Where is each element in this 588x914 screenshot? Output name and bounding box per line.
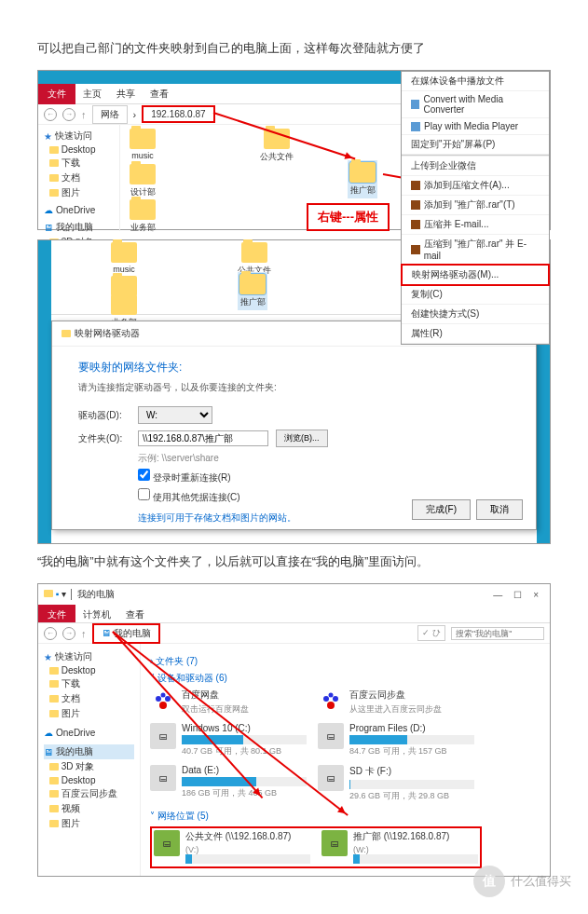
folder-icon <box>49 763 59 771</box>
screenshot-3: ▪ ▾ │ 我的电脑 —☐× 文件 计算机 查看 ← → ↑ 🖥我的电脑 ✓ ひ… <box>37 583 551 877</box>
tab-file[interactable]: 文件 <box>38 84 75 104</box>
ctx-item[interactable]: Play with Media Player <box>402 118 549 135</box>
sidebar-pictures[interactable]: 图片 <box>44 706 134 721</box>
sidebar-3d[interactable]: 3D 对象 <box>44 759 134 774</box>
dialog-subtext: 请为连接指定驱动器号，以及你要连接的文件夹: <box>52 379 536 403</box>
ctx-item[interactable]: 添加到压缩文件(A)... <box>402 176 549 196</box>
folder-icon <box>62 330 71 337</box>
folder-music[interactable]: music <box>111 242 137 274</box>
ctx-item[interactable]: 添加到 "推广部.rar"(T) <box>402 196 549 215</box>
folder-icon <box>44 590 53 597</box>
sidebar-onedrive[interactable]: ☁OneDrive <box>44 204 114 216</box>
sidebar-documents[interactable]: 文档 <box>44 171 114 185</box>
folder-promo-selected[interactable]: 推广部 <box>348 160 377 198</box>
device-baidu-wangpan[interactable]: 百度网盘双击运行百度网盘 <box>150 689 307 716</box>
sidebar: ★快速访问 Desktop 下载 文档 图片 ☁OneDrive 🖥我的电脑 3… <box>38 125 120 231</box>
search-input[interactable] <box>451 627 544 640</box>
folder-icon <box>49 695 59 703</box>
folder-promo[interactable]: 推广部 <box>238 272 267 310</box>
cloud-icon: ☁ <box>44 728 53 738</box>
device-baidu-sync[interactable]: 百度云同步盘从这里进入百度云同步盘 <box>318 689 474 716</box>
forward-button[interactable]: → <box>62 627 75 640</box>
ctx-item[interactable]: 在媒体设备中播放文件 <box>402 72 549 91</box>
sidebar-video[interactable]: 视频 <box>44 801 134 816</box>
ctx-item[interactable]: 复制(C) <box>402 285 549 305</box>
reconnect-checkbox[interactable]: 登录时重新连接(R) <box>52 467 536 486</box>
sidebar-documents[interactable]: 文档 <box>44 691 134 706</box>
tab-file[interactable]: 文件 <box>38 605 75 622</box>
folder-label: 文件夹(O): <box>78 432 130 445</box>
ctx-map-drive[interactable]: 映射网络驱动器(M)... <box>401 264 550 286</box>
play-icon <box>411 122 420 131</box>
up-button[interactable]: ↑ <box>81 628 87 639</box>
ctx-item[interactable]: 压缩到 "推广部.rar" 并 E-mail <box>402 235 549 265</box>
browse-button[interactable]: 浏览(B)... <box>276 430 328 447</box>
folder-icon <box>349 162 376 183</box>
sidebar-downloads[interactable]: 下载 <box>44 156 114 171</box>
maximize-button[interactable]: ☐ <box>508 590 527 600</box>
tab-view[interactable]: 查看 <box>143 84 176 104</box>
watermark: 值 什么值得买 <box>473 866 571 897</box>
example-text: 示例: \\server\share <box>52 450 536 467</box>
rar-icon <box>411 245 420 254</box>
tab-share[interactable]: 共享 <box>109 84 143 104</box>
drive-d[interactable]: 🖴 Program Files (D:)84.7 GB 可用，共 157 GB <box>318 723 474 757</box>
minimize-button[interactable]: — <box>487 590 508 600</box>
ctx-item[interactable]: 上传到企业微信 <box>402 157 549 176</box>
annotation-rightclick: 右键---属性 <box>307 203 390 231</box>
tab-home[interactable]: 主页 <box>75 84 109 104</box>
ctx-item[interactable]: 固定到"开始"屏幕(P) <box>402 135 549 155</box>
drive-label: 驱动器(D): <box>78 409 130 422</box>
section-devices[interactable]: ˅ 设备和驱动器 (6) <box>150 672 540 685</box>
map-drive-dialog: × 映射网络驱动器 要映射的网络文件夹: 请为连接指定驱动器号，以及你要连接的文… <box>51 321 537 530</box>
folder-biz[interactable]: 业务部 <box>130 199 156 234</box>
drive-e[interactable]: 🖴 Data (E:)186 GB 可用，共 465 GB <box>150 765 307 802</box>
sidebar-downloads[interactable]: 下载 <box>44 676 134 691</box>
tab-computer[interactable]: 计算机 <box>75 605 118 622</box>
folder-music[interactable]: music <box>130 129 156 160</box>
forward-button[interactable]: → <box>62 108 75 121</box>
breadcrumb-network[interactable]: 网络 <box>92 105 128 124</box>
drive-select[interactable]: W: <box>138 406 212 424</box>
folder-icon <box>49 820 59 827</box>
ctx-item[interactable]: 创建快捷方式(S) <box>402 305 549 324</box>
ctx-item[interactable]: 压缩并 E-mail... <box>402 215 549 235</box>
folder-icon <box>130 164 156 184</box>
ctx-item[interactable]: 属性(R) <box>402 324 549 344</box>
ctx-item[interactable]: Convert with Media Converter <box>402 91 549 118</box>
drive-c[interactable]: 🖴 Windows 10 (C:)40.7 GB 可用，共 80.1 GB <box>150 723 307 757</box>
caption-2: “我的电脑”中就有这个文件夹了，以后就可以直接在“我的电脑”里面访问。 <box>37 553 551 570</box>
sidebar-quick-access[interactable]: ★快速访问 <box>44 129 114 143</box>
sidebar-desktop2[interactable]: Desktop <box>44 774 134 786</box>
section-folders[interactable]: › 文件夹 (7) <box>150 655 540 668</box>
folder-input[interactable] <box>138 430 268 446</box>
sidebar-desktop[interactable]: Desktop <box>44 143 114 156</box>
up-button[interactable]: ↑ <box>81 109 87 120</box>
star-icon: ★ <box>44 131 52 142</box>
tab-view[interactable]: 查看 <box>118 605 152 622</box>
sidebar-desktop[interactable]: Desktop <box>44 664 134 676</box>
breadcrumb-ip[interactable]: 192.168.0.87 <box>142 105 214 123</box>
folder-design[interactable]: 设计部 <box>130 164 156 198</box>
sidebar-this-pc[interactable]: 🖥我的电脑 <box>44 220 114 235</box>
back-button[interactable]: ← <box>44 627 57 640</box>
network-drive-v[interactable]: 🖴 公共文件 (\\192.168.0.87)(V:) <box>154 830 310 865</box>
sidebar-onedrive[interactable]: ☁OneDrive <box>44 727 134 739</box>
sidebar-this-pc[interactable]: 🖥我的电脑 <box>44 744 134 759</box>
network-drive-w[interactable]: 🖴 推广部 (\\192.168.0.87)(W:) <box>321 830 478 865</box>
finish-button[interactable]: 完成(F) <box>412 499 471 520</box>
rar-icon <box>411 181 420 190</box>
svg-point-6 <box>327 702 335 709</box>
close-button[interactable]: × <box>527 590 544 600</box>
folder-icon <box>111 242 137 263</box>
svg-point-2 <box>159 702 167 709</box>
sidebar-pics2[interactable]: 图片 <box>44 816 134 831</box>
folder-icon <box>130 129 156 149</box>
svg-point-3 <box>161 693 166 698</box>
cancel-button[interactable]: 取消 <box>476 499 523 520</box>
drive-f[interactable]: 🖴 SD 卡 (F:)29.6 GB 可用，共 29.8 GB <box>318 765 474 802</box>
back-button[interactable]: ← <box>44 108 57 121</box>
sidebar-baidu[interactable]: 百度云同步盘 <box>44 786 134 801</box>
sidebar-pictures[interactable]: 图片 <box>44 185 114 200</box>
sidebar-quick[interactable]: ★快速访问 <box>44 649 134 664</box>
